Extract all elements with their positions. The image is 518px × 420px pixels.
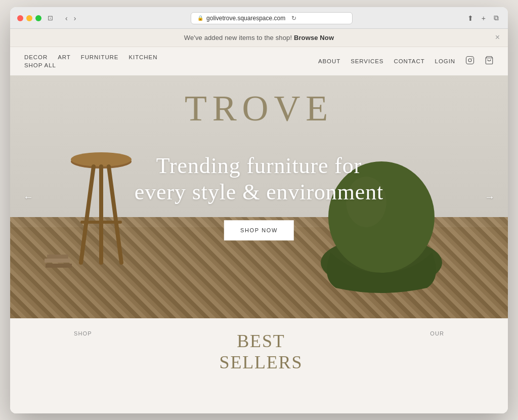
nav-link-services[interactable]: SERVICES: [351, 58, 383, 64]
hero-headline: Trending furniture for every style & env…: [110, 153, 408, 206]
back-button[interactable]: ‹: [63, 13, 70, 23]
below-fold-best-text: BEST: [220, 330, 303, 352]
announcement-bar: We've added new items to the shop! Brows…: [10, 29, 508, 47]
hero-text-overlay: Trending furniture for every style & env…: [110, 153, 408, 241]
nav-link-shop-all[interactable]: SHOP ALL: [24, 62, 56, 68]
svg-rect-14: [47, 255, 68, 259]
shop-now-button[interactable]: SHOP NOW: [224, 220, 294, 240]
browser-actions: ⬆ + ⧉: [465, 13, 501, 23]
nav-link-login[interactable]: LOGIN: [435, 58, 455, 64]
svg-rect-15: [46, 264, 72, 268]
nav-link-contact[interactable]: CONTACT: [394, 58, 424, 64]
below-fold-our-label: OUR: [430, 330, 444, 337]
refresh-button[interactable]: ↻: [291, 15, 296, 22]
nav-link-decor[interactable]: DECOR: [24, 54, 48, 60]
site-nav: DECOR ART FURNITURE KITCHEN SHOP ALL ABO…: [10, 47, 508, 75]
hero-brand: TROVE: [10, 88, 508, 130]
instagram-icon[interactable]: [465, 56, 474, 67]
below-fold-section: SHOP BEST SELLERS OUR: [10, 318, 508, 359]
website-content: We've added new items to the shop! Brows…: [10, 29, 508, 413]
below-fold-shop-label: SHOP: [74, 330, 92, 337]
nav-link-art[interactable]: ART: [58, 54, 71, 60]
close-window-button[interactable]: [17, 15, 23, 21]
nav-left-row-1: DECOR ART FURNITURE KITCHEN: [24, 54, 157, 60]
traffic-lights: [17, 15, 41, 21]
nav-link-about[interactable]: ABOUT: [318, 58, 340, 64]
announcement-text: We've added new items to the shop! Brows…: [184, 34, 334, 41]
below-fold-best-col: BEST SELLERS: [220, 330, 303, 373]
lock-icon: 🔒: [197, 15, 203, 21]
browser-window: ⊡ ‹ › 🔒 golivetrove.squarespace.com ↻ ⬆ …: [10, 7, 508, 413]
url-text: golivetrove.squarespace.com: [206, 15, 285, 22]
address-bar[interactable]: 🔒 golivetrove.squarespace.com ↻: [191, 12, 353, 24]
svg-point-2: [471, 58, 472, 59]
add-tab-button[interactable]: +: [480, 13, 488, 23]
below-fold-sellers-text: SELLERS: [220, 352, 303, 373]
svg-rect-0: [466, 56, 474, 64]
svg-rect-13: [45, 259, 70, 263]
nav-right: ABOUT SERVICES CONTACT LOGIN: [318, 56, 494, 67]
cart-icon[interactable]: [485, 56, 494, 67]
hero-section: TROVE Trending furniture for every style…: [10, 75, 508, 318]
svg-line-6: [81, 166, 94, 263]
nav-left: DECOR ART FURNITURE KITCHEN SHOP ALL: [24, 54, 157, 68]
brand-name-text: TROVE: [185, 88, 333, 129]
window-toggle-button[interactable]: ⊡: [46, 13, 55, 23]
below-fold-our-col: OUR: [430, 330, 444, 337]
svg-point-1: [468, 59, 471, 62]
forward-button[interactable]: ›: [72, 13, 78, 23]
decor-items: [45, 248, 75, 274]
minimize-window-button[interactable]: [26, 15, 32, 21]
browse-now-link[interactable]: Browse Now: [294, 34, 334, 41]
browser-chrome: ⊡ ‹ › 🔒 golivetrove.squarespace.com ↻ ⬆ …: [10, 7, 508, 29]
maximize-window-button[interactable]: [35, 15, 41, 21]
nav-left-row-2: SHOP ALL: [24, 62, 157, 68]
announcement-close-button[interactable]: ×: [495, 33, 500, 41]
duplicate-tab-button[interactable]: ⧉: [492, 13, 501, 23]
below-fold-shop-col: SHOP: [74, 330, 92, 337]
nav-link-kitchen[interactable]: KITCHEN: [128, 54, 157, 60]
carousel-prev-button[interactable]: ←: [18, 186, 38, 207]
carousel-next-button[interactable]: →: [480, 186, 500, 207]
share-button[interactable]: ⬆: [465, 13, 476, 23]
nav-link-furniture[interactable]: FURNITURE: [81, 54, 119, 60]
